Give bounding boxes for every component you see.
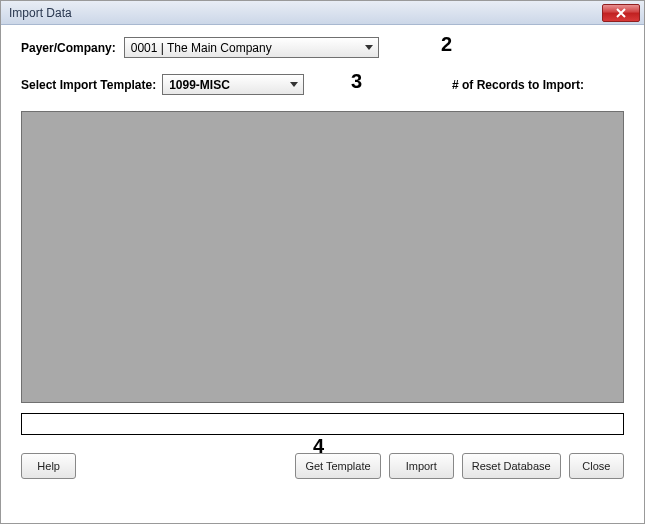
import-button[interactable]: Import bbox=[389, 453, 454, 479]
select-import-template-label: Select Import Template: bbox=[21, 78, 156, 92]
import-data-window: Import Data Payer/Company: 0001 | The Ma… bbox=[0, 0, 645, 524]
close-icon bbox=[615, 8, 627, 18]
window-title: Import Data bbox=[9, 6, 72, 20]
payer-company-dropdown[interactable]: 0001 | The Main Company bbox=[124, 37, 379, 58]
reset-database-button[interactable]: Reset Database bbox=[462, 453, 561, 479]
import-template-dropdown[interactable]: 1099-MISC bbox=[162, 74, 304, 95]
annotation-2: 2 bbox=[441, 33, 452, 56]
titlebar: Import Data bbox=[1, 1, 644, 25]
close-button[interactable]: Close bbox=[569, 453, 624, 479]
chevron-down-icon bbox=[287, 82, 301, 88]
import-template-selected: 1099-MISC bbox=[169, 78, 287, 92]
records-to-import-input[interactable] bbox=[588, 75, 624, 95]
payer-company-selected: 0001 | The Main Company bbox=[131, 41, 362, 55]
status-bar bbox=[21, 413, 624, 435]
close-window-button[interactable] bbox=[602, 4, 640, 22]
get-template-button[interactable]: Get Template bbox=[295, 453, 381, 479]
data-grid[interactable] bbox=[21, 111, 624, 403]
annotation-4: 4 bbox=[313, 435, 324, 458]
payer-row: Payer/Company: 0001 | The Main Company 2 bbox=[21, 37, 624, 58]
template-row: Select Import Template: 1099-MISC 3 # of… bbox=[21, 74, 624, 95]
records-to-import-label: # of Records to Import: bbox=[452, 78, 584, 92]
chevron-down-icon bbox=[362, 45, 376, 51]
help-button[interactable]: Help bbox=[21, 453, 76, 479]
annotation-3: 3 bbox=[351, 70, 362, 93]
payer-company-label: Payer/Company: bbox=[21, 41, 116, 55]
content-area: Payer/Company: 0001 | The Main Company 2… bbox=[1, 25, 644, 497]
